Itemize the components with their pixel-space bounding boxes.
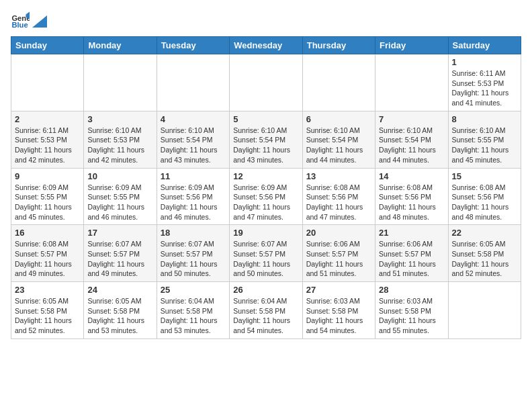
calendar-cell: 9Sunrise: 6:09 AM Sunset: 5:55 PM Daylig… <box>11 168 84 225</box>
day-info: Sunrise: 6:09 AM Sunset: 5:55 PM Dayligh… <box>87 183 152 222</box>
day-number: 8 <box>452 114 517 124</box>
day-number: 16 <box>15 228 80 238</box>
day-info: Sunrise: 6:05 AM Sunset: 5:58 PM Dayligh… <box>452 239 517 279</box>
calendar-cell <box>302 54 375 111</box>
calendar-cell: 28Sunrise: 6:03 AM Sunset: 5:58 PM Dayli… <box>375 282 448 339</box>
svg-text:Blue: Blue <box>11 21 28 29</box>
calendar-cell <box>230 54 302 111</box>
day-info: Sunrise: 6:07 AM Sunset: 5:57 PM Dayligh… <box>87 239 152 279</box>
day-number: 10 <box>87 171 152 181</box>
calendar-cell: 11Sunrise: 6:09 AM Sunset: 5:56 PM Dayli… <box>157 168 229 225</box>
calendar-table: SundayMondayTuesdayWednesdayThursdayFrid… <box>11 36 521 339</box>
day-number: 17 <box>87 228 152 238</box>
calendar-cell: 21Sunrise: 6:06 AM Sunset: 5:57 PM Dayli… <box>375 225 448 282</box>
calendar-cell: 1Sunrise: 6:11 AM Sunset: 5:53 PM Daylig… <box>448 54 521 111</box>
calendar-cell: 27Sunrise: 6:03 AM Sunset: 5:58 PM Dayli… <box>302 282 375 339</box>
day-info: Sunrise: 6:09 AM Sunset: 5:55 PM Dayligh… <box>15 183 80 222</box>
calendar-cell: 12Sunrise: 6:09 AM Sunset: 5:56 PM Dayli… <box>230 168 302 225</box>
day-info: Sunrise: 6:08 AM Sunset: 5:56 PM Dayligh… <box>452 183 517 222</box>
weekday-header: Tuesday <box>157 37 229 54</box>
calendar-cell: 24Sunrise: 6:05 AM Sunset: 5:58 PM Dayli… <box>84 282 157 339</box>
logo-triangle-icon <box>32 15 47 28</box>
weekday-header: Saturday <box>448 37 521 54</box>
day-info: Sunrise: 6:04 AM Sunset: 5:58 PM Dayligh… <box>233 296 298 336</box>
day-number: 14 <box>379 171 444 181</box>
calendar-cell: 10Sunrise: 6:09 AM Sunset: 5:55 PM Dayli… <box>84 168 157 225</box>
day-info: Sunrise: 6:10 AM Sunset: 5:53 PM Dayligh… <box>87 126 152 165</box>
svg-marker-3 <box>32 15 47 28</box>
day-info: Sunrise: 6:08 AM Sunset: 5:57 PM Dayligh… <box>15 239 80 279</box>
day-number: 26 <box>233 285 298 295</box>
calendar-header-row: SundayMondayTuesdayWednesdayThursdayFrid… <box>11 37 521 54</box>
calendar-cell <box>157 54 229 111</box>
calendar-cell: 22Sunrise: 6:05 AM Sunset: 5:58 PM Dayli… <box>448 225 521 282</box>
calendar-cell: 25Sunrise: 6:04 AM Sunset: 5:58 PM Dayli… <box>157 282 229 339</box>
day-number: 1 <box>452 57 517 67</box>
calendar-week-row: 16Sunrise: 6:08 AM Sunset: 5:57 PM Dayli… <box>11 225 521 282</box>
calendar-cell: 4Sunrise: 6:10 AM Sunset: 5:54 PM Daylig… <box>157 111 229 168</box>
day-info: Sunrise: 6:11 AM Sunset: 5:53 PM Dayligh… <box>15 126 80 165</box>
page-header: General Blue <box>11 11 521 30</box>
day-number: 21 <box>379 228 444 238</box>
calendar-cell <box>84 54 157 111</box>
day-info: Sunrise: 6:10 AM Sunset: 5:54 PM Dayligh… <box>306 126 371 165</box>
logo-icon: General Blue <box>11 11 30 30</box>
weekday-header: Sunday <box>11 37 84 54</box>
calendar-cell: 16Sunrise: 6:08 AM Sunset: 5:57 PM Dayli… <box>11 225 84 282</box>
calendar-cell: 7Sunrise: 6:10 AM Sunset: 5:54 PM Daylig… <box>375 111 448 168</box>
calendar-week-row: 2Sunrise: 6:11 AM Sunset: 5:53 PM Daylig… <box>11 111 521 168</box>
day-info: Sunrise: 6:03 AM Sunset: 5:58 PM Dayligh… <box>306 296 371 336</box>
calendar-cell: 6Sunrise: 6:10 AM Sunset: 5:54 PM Daylig… <box>302 111 375 168</box>
calendar-cell: 8Sunrise: 6:10 AM Sunset: 5:55 PM Daylig… <box>448 111 521 168</box>
day-number: 2 <box>15 114 80 124</box>
day-info: Sunrise: 6:08 AM Sunset: 5:56 PM Dayligh… <box>306 183 371 222</box>
day-number: 22 <box>452 228 517 238</box>
calendar-cell: 15Sunrise: 6:08 AM Sunset: 5:56 PM Dayli… <box>448 168 521 225</box>
day-info: Sunrise: 6:10 AM Sunset: 5:54 PM Dayligh… <box>161 126 226 165</box>
day-info: Sunrise: 6:05 AM Sunset: 5:58 PM Dayligh… <box>15 296 80 336</box>
calendar-cell: 18Sunrise: 6:07 AM Sunset: 5:57 PM Dayli… <box>157 225 229 282</box>
weekday-header: Monday <box>84 37 157 54</box>
day-info: Sunrise: 6:04 AM Sunset: 5:58 PM Dayligh… <box>161 296 226 336</box>
day-info: Sunrise: 6:10 AM Sunset: 5:54 PM Dayligh… <box>233 126 298 165</box>
day-number: 15 <box>452 171 517 181</box>
day-number: 23 <box>15 285 80 295</box>
day-info: Sunrise: 6:09 AM Sunset: 5:56 PM Dayligh… <box>233 183 298 222</box>
day-info: Sunrise: 6:10 AM Sunset: 5:55 PM Dayligh… <box>452 126 517 165</box>
day-number: 7 <box>379 114 444 124</box>
calendar-cell: 14Sunrise: 6:08 AM Sunset: 5:56 PM Dayli… <box>375 168 448 225</box>
day-info: Sunrise: 6:10 AM Sunset: 5:54 PM Dayligh… <box>379 126 444 165</box>
day-number: 11 <box>161 171 226 181</box>
calendar-cell <box>11 54 84 111</box>
logo: General Blue <box>11 11 47 30</box>
calendar-week-row: 23Sunrise: 6:05 AM Sunset: 5:58 PM Dayli… <box>11 282 521 339</box>
day-number: 5 <box>233 114 298 124</box>
day-number: 4 <box>161 114 226 124</box>
calendar-cell <box>375 54 448 111</box>
calendar-cell <box>448 282 521 339</box>
calendar-cell: 23Sunrise: 6:05 AM Sunset: 5:58 PM Dayli… <box>11 282 84 339</box>
calendar-week-row: 1Sunrise: 6:11 AM Sunset: 5:53 PM Daylig… <box>11 54 521 111</box>
day-number: 25 <box>161 285 226 295</box>
calendar-cell: 20Sunrise: 6:06 AM Sunset: 5:57 PM Dayli… <box>302 225 375 282</box>
day-number: 19 <box>233 228 298 238</box>
day-info: Sunrise: 6:11 AM Sunset: 5:53 PM Dayligh… <box>452 68 517 108</box>
day-info: Sunrise: 6:05 AM Sunset: 5:58 PM Dayligh… <box>87 296 152 336</box>
calendar-cell: 19Sunrise: 6:07 AM Sunset: 5:57 PM Dayli… <box>230 225 302 282</box>
weekday-header: Wednesday <box>230 37 302 54</box>
day-number: 24 <box>87 285 152 295</box>
day-info: Sunrise: 6:06 AM Sunset: 5:57 PM Dayligh… <box>379 239 444 279</box>
day-info: Sunrise: 6:09 AM Sunset: 5:56 PM Dayligh… <box>161 183 226 222</box>
day-info: Sunrise: 6:07 AM Sunset: 5:57 PM Dayligh… <box>161 239 226 279</box>
day-number: 13 <box>306 171 371 181</box>
day-number: 28 <box>379 285 444 295</box>
calendar-week-row: 9Sunrise: 6:09 AM Sunset: 5:55 PM Daylig… <box>11 168 521 225</box>
day-number: 6 <box>306 114 371 124</box>
day-info: Sunrise: 6:03 AM Sunset: 5:58 PM Dayligh… <box>379 296 444 336</box>
day-number: 3 <box>87 114 152 124</box>
calendar-cell: 2Sunrise: 6:11 AM Sunset: 5:53 PM Daylig… <box>11 111 84 168</box>
day-number: 20 <box>306 228 371 238</box>
day-info: Sunrise: 6:08 AM Sunset: 5:56 PM Dayligh… <box>379 183 444 222</box>
calendar-cell: 5Sunrise: 6:10 AM Sunset: 5:54 PM Daylig… <box>230 111 302 168</box>
day-info: Sunrise: 6:06 AM Sunset: 5:57 PM Dayligh… <box>306 239 371 279</box>
